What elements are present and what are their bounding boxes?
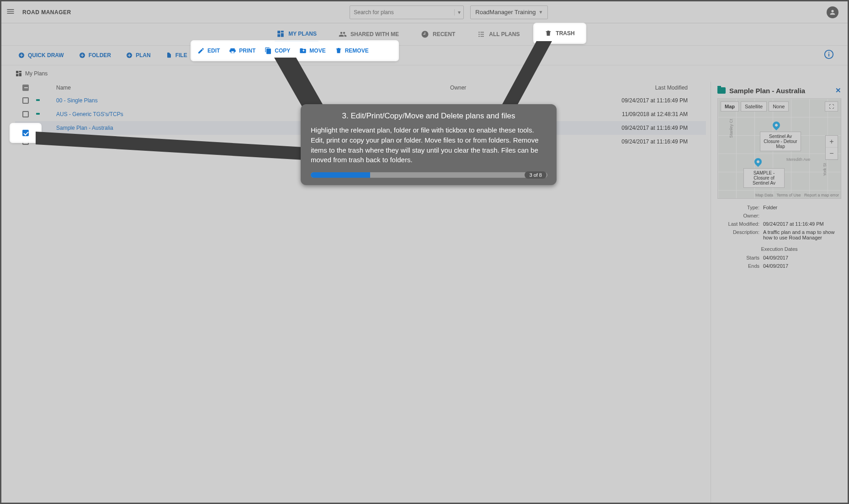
dashboard-icon bbox=[276, 30, 285, 38]
hamburger-icon[interactable] bbox=[6, 7, 15, 18]
main-tabs: MY PLANS SHARED WITH ME RECENT ALL PLANS… bbox=[1, 23, 848, 45]
quickdraw-button[interactable]: QUICK DRAW bbox=[15, 50, 67, 61]
avatar[interactable] bbox=[827, 6, 838, 18]
svg-rect-8 bbox=[128, 55, 131, 55]
tour-progress bbox=[311, 172, 547, 178]
meta-val: 04/09/2017 bbox=[763, 255, 841, 260]
org-dropdown[interactable]: RoadManager Training ▼ bbox=[470, 5, 548, 19]
row-modified: 11/09/2018 at 12:48:31 AM bbox=[601, 111, 706, 117]
toolbar: QUICK DRAW FOLDER PLAN FILE EDIT PRINT C… bbox=[1, 45, 848, 65]
tour-step: 3 of 8 bbox=[525, 171, 547, 179]
map-pin[interactable] bbox=[753, 157, 764, 167]
folder-icon bbox=[717, 87, 726, 94]
map-view-satellite[interactable]: Satellite bbox=[741, 101, 767, 111]
fullscreen-icon[interactable]: ⛶ bbox=[825, 101, 838, 111]
map-view-none[interactable]: None bbox=[769, 101, 789, 111]
map-road-label: Stanley Ct bbox=[729, 119, 733, 138]
chevron-down-icon: ▼ bbox=[539, 10, 543, 15]
app-title: ROAD MANAGER bbox=[22, 9, 71, 16]
meta-key: Last Modified: bbox=[717, 221, 763, 227]
map-road-label: York St bbox=[822, 163, 827, 176]
spotlight-trash: TRASH bbox=[535, 24, 585, 42]
svg-marker-14 bbox=[36, 132, 303, 160]
search-chevron-icon[interactable]: ▾ bbox=[454, 9, 463, 16]
row-modified: 09/24/2017 at 11:16:49 PM bbox=[601, 97, 706, 104]
tab-myplans[interactable]: MY PLANS bbox=[275, 27, 318, 42]
meta-key: Ends bbox=[717, 263, 763, 269]
meta-key: Type: bbox=[717, 205, 763, 210]
map-marker-label[interactable]: SAMPLE - Closure of Sentinel Av bbox=[743, 168, 785, 188]
info-button[interactable] bbox=[824, 49, 834, 61]
tab-allplans[interactable]: ALL PLANS bbox=[475, 27, 521, 41]
map-road-label: Meredith Ave bbox=[786, 157, 810, 162]
meta-val: 04/09/2017 bbox=[763, 263, 841, 269]
zoom-out-button[interactable]: − bbox=[826, 148, 838, 159]
col-modified[interactable]: Last Modified bbox=[601, 85, 706, 91]
meta-key: Starts bbox=[717, 255, 763, 260]
svg-marker-12 bbox=[274, 58, 326, 111]
tour-arrow bbox=[36, 131, 305, 163]
row-modified: 09/24/2017 at 11:16:49 PM bbox=[601, 125, 706, 131]
app-header: ROAD MANAGER ▾ RoadManager Training ▼ bbox=[1, 1, 848, 23]
svg-rect-2 bbox=[20, 55, 23, 55]
file-button[interactable]: FILE bbox=[163, 50, 190, 61]
details-title: Sample Plan - Australia bbox=[729, 87, 805, 95]
table-header: Name Owner Last Modified bbox=[15, 82, 706, 94]
zoom-in-button[interactable]: + bbox=[826, 136, 838, 148]
row-checkbox[interactable] bbox=[22, 97, 29, 104]
map-view-map[interactable]: Map bbox=[721, 101, 739, 111]
map-preview[interactable]: Map Satellite None ⛶ Sentinel Av Closure… bbox=[717, 98, 841, 199]
svg-rect-5 bbox=[80, 55, 84, 55]
svg-rect-11 bbox=[828, 52, 829, 53]
tab-recent[interactable]: RECENT bbox=[419, 27, 457, 41]
col-name[interactable]: Name bbox=[54, 85, 450, 91]
section-heading: Execution Dates bbox=[717, 246, 841, 252]
tour-callout: 3. Edit/Print/Copy/Move and Delete plans… bbox=[301, 104, 557, 185]
meta-val bbox=[763, 213, 841, 218]
org-name: RoadManager Training bbox=[475, 9, 536, 16]
tour-title: 3. Edit/Print/Copy/Move and Delete plans… bbox=[311, 111, 547, 121]
plan-button[interactable]: PLAN bbox=[123, 50, 154, 61]
meta-val: 09/24/2017 at 11:16:49 PM bbox=[763, 221, 841, 227]
tour-body: Highlight the relevant plan, folder or f… bbox=[311, 125, 547, 165]
meta-key: Owner: bbox=[717, 213, 763, 218]
spotlight-tools: EDIT PRINT COPY MOVE REMOVE bbox=[192, 42, 398, 60]
search-input-wrap[interactable]: ▾ bbox=[350, 5, 464, 19]
row-modified: 09/24/2017 at 11:16:49 PM bbox=[601, 138, 706, 145]
meta-key: Description: bbox=[717, 229, 763, 240]
select-all-checkbox[interactable] bbox=[22, 85, 29, 91]
folder-button[interactable]: FOLDER bbox=[76, 50, 114, 61]
row-name[interactable]: 00 - Single Plans bbox=[54, 97, 450, 104]
meta-val: Folder bbox=[763, 205, 841, 210]
map-zoom: +− bbox=[825, 135, 838, 160]
clock-icon bbox=[421, 30, 429, 38]
details-panel: Sample Plan - Australia ✕ Map Satellite … bbox=[711, 82, 848, 503]
row-checkbox[interactable] bbox=[22, 111, 29, 117]
list-icon bbox=[477, 30, 485, 38]
map-pin[interactable] bbox=[771, 120, 782, 131]
map-disclaimer: Map Data Terms of Use Report a map error bbox=[755, 193, 839, 197]
map-marker-label[interactable]: Sentinel Av Closure - Detour Map bbox=[760, 132, 801, 151]
search-input[interactable] bbox=[350, 9, 454, 16]
svg-rect-10 bbox=[828, 53, 829, 56]
breadcrumb: My Plans bbox=[1, 65, 848, 82]
close-icon[interactable]: ✕ bbox=[835, 86, 841, 95]
meta-val: A traffic plan and a map to show how to … bbox=[763, 229, 841, 240]
people-icon bbox=[339, 30, 347, 38]
tab-shared[interactable]: SHARED WITH ME bbox=[337, 27, 401, 41]
